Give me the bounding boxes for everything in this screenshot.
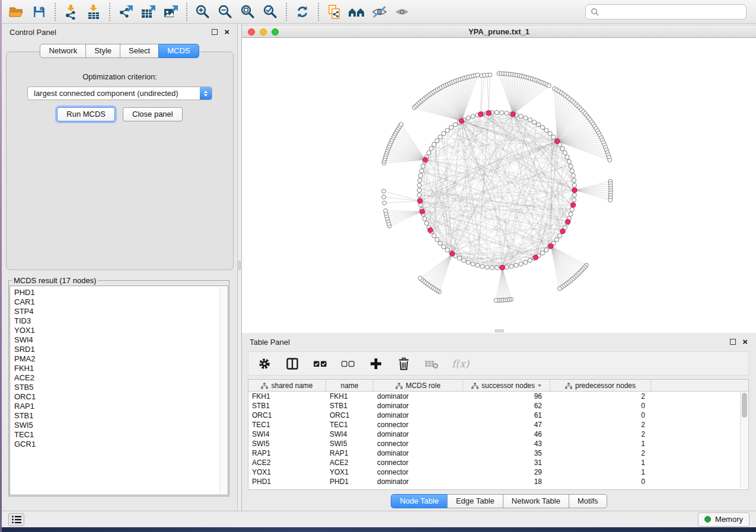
task-history-button[interactable]: [8, 513, 24, 526]
table-tab-edge-table[interactable]: Edge Table: [447, 494, 503, 508]
mcds-result-item[interactable]: TID3: [14, 316, 228, 326]
table-tab-node-table[interactable]: Node Table: [391, 494, 448, 508]
mcds-result-item[interactable]: STB1: [14, 411, 228, 421]
refresh-button[interactable]: [291, 2, 314, 22]
tab-mcds[interactable]: MCDS: [158, 44, 199, 58]
table-panel-tabs: Node TableEdge TableNetwork TableMotifs: [242, 494, 756, 508]
mcds-result-list[interactable]: PHD1CAR1STP4TID3YOX1SWI4SRD1PMA2FKH1ACE2…: [9, 286, 228, 495]
table-row[interactable]: RAP1RAP1dominator352: [248, 448, 748, 458]
horizontal-splitter-handle[interactable]: [495, 329, 504, 332]
cell: 0: [550, 401, 651, 411]
mcds-result-item[interactable]: GCR1: [14, 440, 228, 449]
table-row[interactable]: SWI5SWI5connector431: [248, 439, 748, 448]
table-row[interactable]: ORC1ORC1dominator610: [248, 411, 748, 420]
column-header-shared-name[interactable]: shared name: [248, 380, 326, 392]
deselect-all-button[interactable]: [340, 355, 356, 372]
show-columns-button[interactable]: [285, 355, 300, 372]
memory-button[interactable]: Memory: [698, 512, 749, 527]
delete-column-button[interactable]: [396, 355, 412, 372]
table-scrollbar[interactable]: [740, 392, 748, 489]
cell: 1: [550, 458, 651, 467]
zoom-in-button[interactable]: [192, 2, 214, 22]
mcds-result-item[interactable]: STP4: [14, 307, 228, 316]
close-panel-button[interactable]: Close panel: [123, 107, 183, 121]
result-list-scrollbar[interactable]: [219, 287, 227, 494]
search-input[interactable]: [602, 7, 741, 16]
criterion-select[interactable]: largest connected component (undirected): [27, 86, 212, 100]
column-header-name[interactable]: name: [326, 380, 374, 392]
table-tab-motifs[interactable]: Motifs: [569, 494, 607, 508]
float-table-panel-icon[interactable]: [730, 339, 736, 345]
table-row[interactable]: ACE2ACE2connector311: [248, 458, 748, 467]
cell: dominator: [374, 477, 463, 486]
open-file-button[interactable]: [5, 2, 28, 22]
tab-style[interactable]: Style: [85, 44, 120, 58]
export-network-icon: [118, 4, 134, 20]
mcds-result-item[interactable]: ORC1: [14, 392, 228, 402]
mcds-result-item[interactable]: PMA2: [14, 354, 228, 364]
zoom-fit-button[interactable]: [237, 2, 259, 22]
new-network-from-selection-button[interactable]: [323, 2, 346, 22]
mcds-result-item[interactable]: FKH1: [14, 364, 228, 373]
first-neighbors-button[interactable]: [346, 2, 368, 22]
export-image-button[interactable]: [160, 2, 182, 22]
mcds-result-item[interactable]: SWI4: [14, 335, 228, 345]
mcds-result-item[interactable]: RAP1: [14, 402, 228, 411]
mcds-result-item[interactable]: STB5: [14, 383, 228, 392]
add-column-button[interactable]: [368, 355, 384, 372]
mcds-result-item[interactable]: TEC1: [14, 430, 228, 440]
table-row[interactable]: TEC1TEC1connector472: [248, 420, 748, 430]
table-row[interactable]: FKH1FKH1dominator962: [248, 392, 748, 401]
delete-table-button: [424, 355, 439, 372]
table-tab-network-table[interactable]: Network Table: [503, 494, 569, 508]
import-table-button[interactable]: [82, 2, 105, 22]
table-row[interactable]: SWI4SWI4dominator462: [248, 430, 748, 439]
table-row[interactable]: YOX1YOX1connector291: [248, 467, 748, 477]
select-all-button[interactable]: [312, 355, 328, 372]
toolbar-separator: [286, 3, 287, 21]
tab-network[interactable]: Network: [40, 44, 86, 58]
mcds-result-item[interactable]: SRD1: [14, 345, 228, 354]
cell: 2: [550, 420, 651, 430]
import-network-button[interactable]: [60, 2, 82, 22]
float-panel-icon[interactable]: [212, 29, 218, 35]
mcds-result-item[interactable]: ACE2: [14, 373, 228, 383]
zoom-out-button[interactable]: [214, 2, 237, 22]
mcds-result-item[interactable]: SWI5: [14, 421, 228, 430]
column-header-MCDS-role[interactable]: MCDS role: [374, 380, 463, 392]
node-table[interactable]: shared namenameMCDS rolesuccessor nodesp…: [248, 379, 749, 490]
zoom-in-icon: [195, 4, 210, 20]
column-header-successor-nodes[interactable]: successor nodes: [463, 380, 550, 392]
vertical-splitter[interactable]: [237, 24, 242, 511]
mcds-result-item[interactable]: CAR1: [14, 297, 228, 307]
column-header-predecessor-nodes[interactable]: predecessor nodes: [550, 380, 651, 392]
close-table-panel-icon[interactable]: ×: [742, 339, 748, 345]
table-scrollbar-thumb[interactable]: [742, 393, 747, 418]
table-row[interactable]: PHD1PHD1dominator180: [248, 477, 748, 486]
close-window-icon[interactable]: [248, 28, 255, 36]
maximize-window-icon[interactable]: [272, 28, 279, 36]
export-network-button[interactable]: [114, 2, 137, 22]
zoom-selected-button[interactable]: [259, 2, 282, 22]
column-label: shared name: [271, 382, 312, 390]
mcds-result-title: MCDS result (17 nodes): [12, 276, 98, 285]
mcds-result-item[interactable]: YOX1: [14, 326, 228, 335]
cell: [651, 467, 748, 477]
save-session-button[interactable]: [28, 2, 50, 22]
minimize-window-icon[interactable]: [260, 28, 267, 36]
cell: dominator: [374, 392, 463, 401]
column-label: successor nodes: [481, 382, 535, 390]
columns-icon: [285, 357, 299, 371]
table-row[interactable]: STB1STB1dominator620: [248, 401, 748, 411]
table-settings-button[interactable]: [257, 355, 272, 372]
splitter-handle[interactable]: [238, 261, 241, 270]
hide-selected-button[interactable]: [368, 2, 391, 22]
show-all-button[interactable]: [391, 2, 413, 22]
close-panel-icon[interactable]: ×: [224, 29, 229, 35]
mcds-result-item[interactable]: PHD1: [14, 288, 228, 297]
tab-select[interactable]: Select: [120, 44, 159, 58]
network-canvas[interactable]: [242, 38, 756, 333]
cell: 2: [550, 430, 651, 439]
run-mcds-button[interactable]: Run MCDS: [57, 107, 115, 121]
export-table-button[interactable]: [137, 2, 160, 22]
